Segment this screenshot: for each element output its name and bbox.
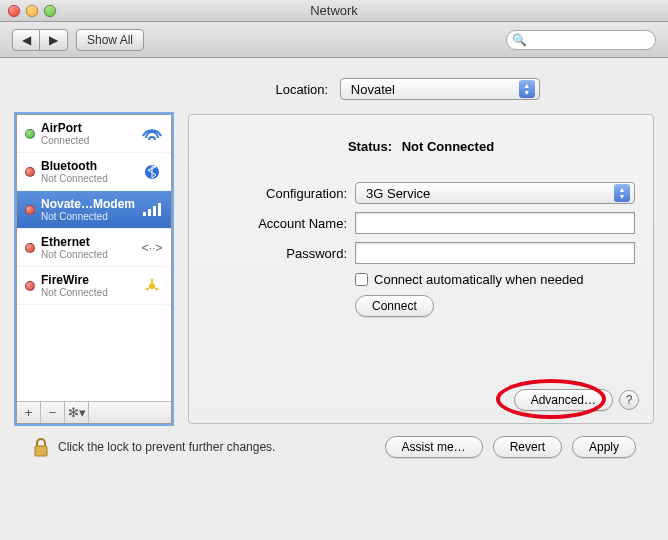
sidebar-item-airport[interactable]: AirPortConnected	[17, 115, 171, 153]
account-name-input[interactable]	[355, 212, 635, 234]
svg-rect-7	[35, 446, 47, 456]
configuration-value: 3G Service	[366, 186, 430, 201]
popup-arrows-icon: ▲▼	[614, 184, 630, 202]
show-all-button[interactable]: Show All	[76, 29, 144, 51]
lock-text: Click the lock to prevent further change…	[58, 440, 275, 454]
help-button[interactable]: ?	[619, 390, 639, 410]
service-status: Connected	[41, 135, 135, 146]
lock-icon	[32, 436, 50, 458]
sidebar-item-novate-modem[interactable]: Novate…ModemNot Connected	[17, 191, 171, 229]
status-dot-icon	[25, 281, 35, 291]
password-input[interactable]	[355, 242, 635, 264]
signal-icon	[141, 202, 163, 218]
service-status: Not Connected	[41, 211, 135, 222]
service-status: Not Connected	[41, 173, 135, 184]
account-name-label: Account Name:	[207, 216, 347, 231]
wifi-icon	[141, 126, 163, 142]
service-status: Not Connected	[41, 249, 135, 260]
connect-button[interactable]: Connect	[355, 295, 434, 317]
password-label: Password:	[207, 246, 347, 261]
service-actions-button[interactable]: ✻▾	[65, 402, 89, 423]
service-name: FireWire	[41, 273, 135, 287]
location-value: Novatel	[351, 82, 395, 97]
status-value: Not Connected	[402, 139, 494, 154]
advanced-button[interactable]: Advanced…	[514, 389, 613, 411]
svg-rect-3	[153, 206, 156, 216]
svg-rect-2	[148, 209, 151, 216]
lock-row[interactable]: Click the lock to prevent further change…	[32, 436, 275, 458]
titlebar: Network	[0, 0, 668, 22]
svg-point-6	[149, 283, 155, 289]
bluetooth-icon	[141, 164, 163, 180]
location-label: Location:	[128, 82, 328, 97]
main-panel: Status: Not Connected Configuration: 3G …	[188, 114, 654, 424]
revert-button[interactable]: Revert	[493, 436, 562, 458]
status-dot-icon	[25, 205, 35, 215]
service-status: Not Connected	[41, 287, 135, 298]
status-dot-icon	[25, 167, 35, 177]
back-button[interactable]: ◀	[12, 29, 40, 51]
service-name: Bluetooth	[41, 159, 135, 173]
auto-connect-label: Connect automatically when needed	[374, 272, 584, 287]
sidebar-item-firewire[interactable]: FireWireNot Connected	[17, 267, 171, 305]
auto-connect-checkbox[interactable]	[355, 273, 368, 286]
ethernet-icon: <··>	[141, 240, 163, 256]
toolbar: ◀ ▶ Show All 🔍	[0, 22, 668, 58]
sidebar-item-bluetooth[interactable]: BluetoothNot Connected	[17, 153, 171, 191]
window-title: Network	[0, 3, 668, 18]
service-name: Novate…Modem	[41, 197, 135, 211]
configuration-label: Configuration:	[207, 186, 347, 201]
status-dot-icon	[25, 243, 35, 253]
assist-me-button[interactable]: Assist me…	[385, 436, 483, 458]
svg-rect-1	[143, 212, 146, 216]
firewire-icon	[141, 278, 163, 294]
status-label: Status:	[348, 139, 392, 154]
apply-button[interactable]: Apply	[572, 436, 636, 458]
search-input[interactable]	[506, 30, 656, 50]
forward-button[interactable]: ▶	[40, 29, 68, 51]
search-icon: 🔍	[512, 33, 527, 47]
location-popup[interactable]: Novatel ▲▼	[340, 78, 540, 100]
add-service-button[interactable]: +	[17, 402, 41, 423]
configuration-popup[interactable]: 3G Service ▲▼	[355, 182, 635, 204]
remove-service-button[interactable]: −	[41, 402, 65, 423]
nav-segment: ◀ ▶	[12, 29, 68, 51]
popup-arrows-icon: ▲▼	[519, 80, 535, 98]
status-dot-icon	[25, 129, 35, 139]
sidebar-item-ethernet[interactable]: EthernetNot Connected<··>	[17, 229, 171, 267]
service-sidebar: AirPortConnectedBluetoothNot ConnectedNo…	[16, 114, 172, 424]
service-name: AirPort	[41, 121, 135, 135]
svg-rect-4	[158, 203, 161, 216]
svg-text:<··>: <··>	[142, 241, 163, 255]
service-name: Ethernet	[41, 235, 135, 249]
